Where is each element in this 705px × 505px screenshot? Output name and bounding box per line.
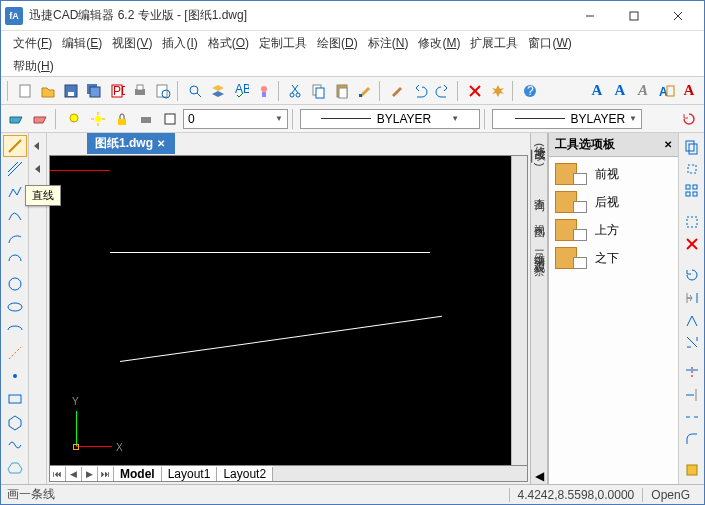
- printable-icon[interactable]: [135, 108, 157, 130]
- minimize-button[interactable]: [568, 2, 612, 30]
- palette-close-icon[interactable]: ✕: [664, 139, 672, 150]
- ellipse-arc-tool[interactable]: [3, 319, 27, 341]
- construction-line-tool[interactable]: [3, 158, 27, 180]
- redo-button[interactable]: [432, 80, 454, 102]
- horizontal-scrollbar[interactable]: [273, 466, 527, 481]
- layer-state2-button[interactable]: [29, 108, 51, 130]
- close-button[interactable]: [656, 2, 700, 30]
- layout-nav-next[interactable]: ▶: [82, 467, 98, 481]
- side-tab-query[interactable]: 查询: [532, 189, 547, 195]
- open-button[interactable]: [37, 80, 59, 102]
- text-style-a4[interactable]: A: [655, 80, 677, 102]
- menu-custom-tools[interactable]: 定制工具: [255, 33, 311, 54]
- line-tool[interactable]: [3, 135, 27, 157]
- rt-scale-icon[interactable]: [680, 332, 704, 352]
- text-style-a3[interactable]: A: [632, 80, 654, 102]
- rt-fillet-icon[interactable]: [680, 429, 704, 449]
- explode-button[interactable]: [487, 80, 509, 102]
- rt-mirror2-icon[interactable]: [680, 310, 704, 330]
- palette-item-bottom[interactable]: 之下: [551, 247, 676, 269]
- vertical-scrollbar[interactable]: [511, 156, 527, 465]
- menu-edit[interactable]: 编辑(E): [58, 33, 106, 54]
- help-button[interactable]: ?: [519, 80, 541, 102]
- document-tab-active[interactable]: 图纸1.dwg✕: [87, 133, 175, 154]
- spellcheck-button[interactable]: ABC: [230, 80, 252, 102]
- palette-item-back[interactable]: 后视: [551, 191, 676, 213]
- drawing-canvas[interactable]: Y X: [50, 156, 511, 465]
- menu-modify[interactable]: 修改(M): [414, 33, 464, 54]
- rt-break-icon[interactable]: [680, 407, 704, 427]
- layer-state1-button[interactable]: [5, 108, 27, 130]
- paste-button[interactable]: [331, 80, 353, 102]
- palette-item-front[interactable]: 前视: [551, 163, 676, 185]
- copy-button[interactable]: [308, 80, 330, 102]
- arc-tool[interactable]: [3, 227, 27, 249]
- circle-tool[interactable]: [3, 273, 27, 295]
- brush-button[interactable]: [386, 80, 408, 102]
- erase-red-button[interactable]: [464, 80, 486, 102]
- undo-button[interactable]: [409, 80, 431, 102]
- menu-window[interactable]: 窗口(W): [524, 33, 575, 54]
- rt-delete-icon[interactable]: [680, 234, 704, 254]
- lineweight-combo[interactable]: BYLAYER▼: [492, 109, 642, 129]
- find-button[interactable]: [184, 80, 206, 102]
- palette-item-top[interactable]: 上方: [551, 219, 676, 241]
- rt-block-icon[interactable]: [680, 460, 704, 480]
- bulb-icon[interactable]: [63, 108, 85, 130]
- tab-close-icon[interactable]: ✕: [157, 138, 165, 149]
- menu-annotate[interactable]: 标注(N): [364, 33, 413, 54]
- layout-nav-prev[interactable]: ◀: [66, 467, 82, 481]
- rectangle-tool[interactable]: [3, 388, 27, 410]
- rt-rotate-icon[interactable]: [680, 265, 704, 285]
- rt-mirror-icon[interactable]: [680, 288, 704, 308]
- menu-insert[interactable]: 插入(I): [158, 33, 201, 54]
- arc2-tool[interactable]: [3, 250, 27, 272]
- layout-tab-model[interactable]: Model: [114, 467, 162, 481]
- pdf-button[interactable]: PDF: [106, 80, 128, 102]
- rt-trim-icon[interactable]: [680, 363, 704, 383]
- menu-draw[interactable]: 绘图(D): [313, 33, 362, 54]
- new-button[interactable]: [14, 80, 36, 102]
- menu-help[interactable]: 帮助(H): [9, 56, 696, 77]
- nav-first[interactable]: [30, 135, 46, 157]
- text-style-a1[interactable]: A: [586, 80, 608, 102]
- rt-move-icon[interactable]: [680, 159, 704, 179]
- layer-combo[interactable]: 0▼: [183, 109, 288, 129]
- nav-prev[interactable]: [30, 158, 46, 180]
- layout-tab-1[interactable]: Layout1: [162, 467, 218, 481]
- rt-copy-icon[interactable]: [680, 137, 704, 157]
- linetype-combo[interactable]: BYLAYER▼: [300, 109, 480, 129]
- text-style-a5[interactable]: A: [678, 80, 700, 102]
- layout-tab-2[interactable]: Layout2: [217, 467, 273, 481]
- menu-file[interactable]: 文件(F): [9, 33, 56, 54]
- layers-button[interactable]: [207, 80, 229, 102]
- sun-icon[interactable]: [87, 108, 109, 130]
- spline-tool[interactable]: [3, 204, 27, 226]
- side-tab-3dorbit[interactable]: 三维动态观察: [532, 241, 547, 259]
- freehand-tool[interactable]: [3, 434, 27, 456]
- polyline-tool[interactable]: [3, 181, 27, 203]
- save-button[interactable]: [60, 80, 82, 102]
- polygon-tool[interactable]: [3, 411, 27, 433]
- cut-button[interactable]: [285, 80, 307, 102]
- match-button[interactable]: [354, 80, 376, 102]
- rt-offset-icon[interactable]: [680, 212, 704, 232]
- refresh-button[interactable]: [678, 108, 700, 130]
- point-tool[interactable]: [3, 365, 27, 387]
- maximize-button[interactable]: [612, 2, 656, 30]
- side-tab-collapse[interactable]: ◀: [531, 468, 547, 484]
- menu-format[interactable]: 格式(O): [204, 33, 253, 54]
- ellipse-tool[interactable]: [3, 296, 27, 318]
- layout-nav-last[interactable]: ⏭: [98, 467, 114, 481]
- rt-array-icon[interactable]: [680, 181, 704, 201]
- text-style-a2[interactable]: A: [609, 80, 631, 102]
- color-swatch[interactable]: [159, 108, 181, 130]
- lock-icon[interactable]: [111, 108, 133, 130]
- saveall-button[interactable]: [83, 80, 105, 102]
- ray-tool[interactable]: [3, 342, 27, 364]
- menu-view[interactable]: 视图(V): [108, 33, 156, 54]
- rt-extend-icon[interactable]: [680, 385, 704, 405]
- menu-ext-tools[interactable]: 扩展工具: [466, 33, 522, 54]
- audit-button[interactable]: [253, 80, 275, 102]
- side-tab-view[interactable]: 视图: [532, 215, 547, 221]
